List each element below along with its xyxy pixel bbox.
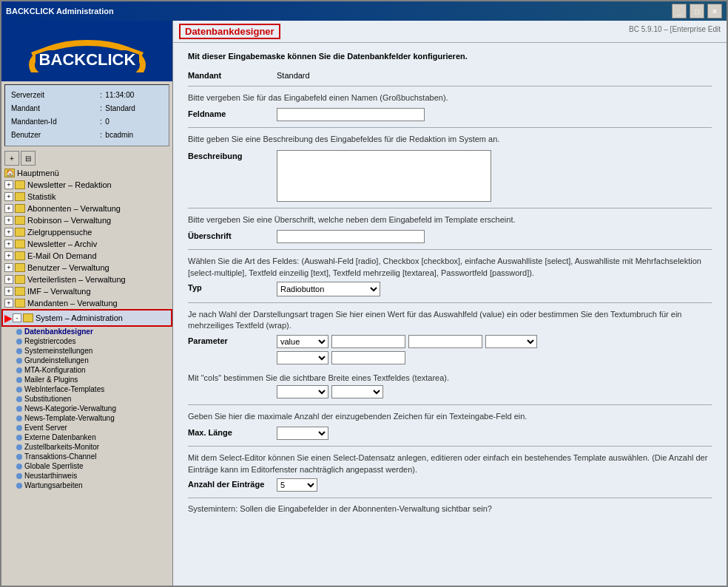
sidebar-item-email-on-demand[interactable]: + E-Mail On Demand [1, 250, 172, 262]
close-button[interactable]: × [707, 4, 722, 18]
subitem-label-8: News-Kategorie-Verwaltung [24, 404, 116, 413]
nav-icons-row: + ⊟ [1, 149, 172, 167]
param-select-3[interactable] [277, 351, 328, 364]
bullet-4 [16, 367, 22, 373]
beschreibung-textarea[interactable] [277, 150, 491, 202]
hint-select-editor: Mit dem Select-Editor können Sie einen S… [188, 452, 712, 475]
divider-3 [188, 208, 712, 208]
maxlaenge-select[interactable] [277, 427, 328, 440]
sidebar-item-zielgruppe[interactable]: + Zielgruppensuche [1, 226, 172, 238]
anzahl-inputs: 5 10 15 [277, 478, 317, 492]
subitem-label-10: Event Server [24, 424, 67, 432]
subitem-externe-datenbanken[interactable]: Externe Datenbanken [1, 432, 172, 442]
param-select-2[interactable] [485, 335, 537, 348]
subitem-transaktions-channel[interactable]: Transaktions-Channel [1, 452, 172, 461]
subitem-substitutionen[interactable]: Substitutionen [1, 394, 172, 404]
subitem-zustellbarkeits-monitor[interactable]: Zustellbarkeits-Monitor [1, 442, 172, 452]
bullet-0 [16, 329, 22, 335]
beschreibung-row: Beschreibung [188, 150, 712, 202]
main-content-area: BC 5.9.10 – [Enterprise Edit Datenbankde… [173, 21, 727, 586]
sidebar-item-benutzer[interactable]: + Benutzer – Verwaltung [1, 262, 172, 274]
subitem-label-15: Neustarthinweis [24, 472, 77, 480]
hint-beschreibung: Bitte geben Sie eine Beschreibung des Ei… [188, 134, 712, 145]
folder-icon-4 [15, 228, 25, 237]
feldname-input[interactable] [277, 108, 425, 121]
bullet-3 [16, 358, 22, 364]
typ-select[interactable]: Radiobutton Checkbox Select Select-Multi… [277, 282, 380, 296]
nav-collapse-btn[interactable]: ⊟ [21, 151, 36, 166]
param-select-1[interactable]: value wrap [277, 335, 328, 348]
folder-icon-9 [15, 287, 25, 296]
expand-icon-8: + [4, 275, 13, 284]
bullet-5 [16, 377, 22, 383]
param-input-3[interactable] [331, 351, 405, 364]
sidebar-item-hauptmenu[interactable]: 🏠 Hauptmenü [1, 167, 172, 179]
server-info-panel: Serverzeit : 11:34:00 Mandant : Standard… [4, 84, 169, 146]
subitem-grundeinstellungen[interactable]: Grundeinstellungen [1, 356, 172, 365]
maximize-button[interactable]: □ [690, 4, 704, 18]
serverzeit-value: 11:34:00 [105, 89, 163, 101]
typ-row: Typ Radiobutton Checkbox Select Select-M… [188, 282, 712, 296]
form-intro-text: Mit dieser Eingabemaske können Sie die D… [188, 52, 712, 61]
expand-icon-0: + [4, 180, 13, 189]
subitem-mta-konfiguration[interactable]: MTA-Konfiguration [1, 365, 172, 375]
nav-expand-btn[interactable]: + [4, 151, 19, 166]
bc-version-label: BC 5.9.10 – [Enterprise Edit [629, 25, 721, 33]
folder-icon-10 [15, 299, 25, 308]
sidebar-item-abonnenten[interactable]: + Abonnenten – Verwaltung [1, 203, 172, 214]
sidebar-item-robinson[interactable]: + Robinson – Verwaltung [1, 214, 172, 226]
cols-row [188, 385, 712, 398]
subitem-webinterface-templates[interactable]: WebInterface-Templates [1, 384, 172, 394]
subitem-globale-sperrliste[interactable]: Globale Sperrliste [1, 461, 172, 471]
subitem-systemeinstellungen[interactable]: Systemeinstellungen [1, 346, 172, 356]
cols-select-2[interactable] [331, 385, 383, 398]
subitem-news-template[interactable]: News-Template-Verwaltung [1, 413, 172, 423]
sidebar-item-statistik[interactable]: + Statistik [1, 191, 172, 203]
subitem-label-3: Grundeinstellungen [24, 356, 89, 364]
main-window: BACKCLICK Administration _ □ × BACKCLICK [0, 0, 728, 587]
bullet-16 [16, 483, 22, 489]
param-input-1[interactable] [331, 335, 405, 348]
cols-select-1[interactable] [277, 385, 328, 398]
subitem-registriercodes[interactable]: Registriercodes [1, 336, 172, 346]
subitem-datenbankdesigner[interactable]: Datenbankdesigner [1, 327, 172, 336]
sidebar-item-mandanten[interactable]: + Mandanten – Verwaltung [1, 297, 172, 309]
subitem-wartungsarbeiten[interactable]: Wartungsarbeiten [1, 481, 172, 490]
form-area: Mit dieser Eingabemaske können Sie die D… [173, 43, 727, 586]
sidebar-item-newsletter-archiv[interactable]: + Newsletter – Archiv [1, 238, 172, 250]
logo-area: BACKCLICK [1, 21, 172, 81]
divider-4 [188, 249, 712, 250]
nav-label-5: Newsletter – Archiv [27, 240, 97, 248]
sidebar-item-imf[interactable]: + IMF – Verwaltung [1, 285, 172, 297]
param-row-2 [277, 351, 537, 364]
typ-label: Typ [188, 282, 277, 292]
nav-scroll-area[interactable]: 🏠 Hauptmenü + Newsletter – Redaktion + S… [1, 167, 172, 586]
subitem-label-6: WebInterface-Templates [24, 385, 104, 393]
subitem-event-server[interactable]: Event Server [1, 423, 172, 432]
parameter-row: Parameter value wrap [188, 335, 712, 367]
bullet-7 [16, 396, 22, 402]
divider-2 [188, 127, 712, 128]
anzahl-select[interactable]: 5 10 15 [277, 478, 317, 492]
bullet-14 [16, 464, 22, 469]
expand-icon-5: + [4, 240, 13, 248]
subitem-mailer-plugins[interactable]: Mailer & Plugins [1, 375, 172, 384]
subitem-label-16: Wartungsarbeiten [24, 481, 83, 489]
subitem-label-9: News-Template-Verwaltung [24, 414, 115, 422]
sidebar-item-verteilerlisten[interactable]: + Verteilerlisten – Verwaltung [1, 274, 172, 285]
subitem-neustarthinweis[interactable]: Neustarthinweis [1, 471, 172, 481]
ueberschrift-row: Überschrift [188, 230, 712, 243]
folder-icon-6 [15, 251, 25, 260]
feldname-label: Feldname [188, 108, 277, 118]
minimize-button[interactable]: _ [672, 4, 687, 18]
bullet-12 [16, 444, 22, 450]
folder-icon-2 [15, 204, 25, 213]
ueberschrift-input[interactable] [277, 230, 425, 243]
nav-label-9: IMF – Verwaltung [27, 287, 91, 296]
sidebar-item-system-admin[interactable]: ▶ - System – Administration [1, 309, 172, 327]
expand-icon-3: + [4, 216, 13, 225]
feldname-row: Feldname [188, 108, 712, 121]
sidebar-item-newsletter-redaktion[interactable]: + Newsletter – Redaktion [1, 179, 172, 191]
param-input-2[interactable] [408, 335, 482, 348]
subitem-news-kategorie[interactable]: News-Kategorie-Verwaltung [1, 404, 172, 413]
